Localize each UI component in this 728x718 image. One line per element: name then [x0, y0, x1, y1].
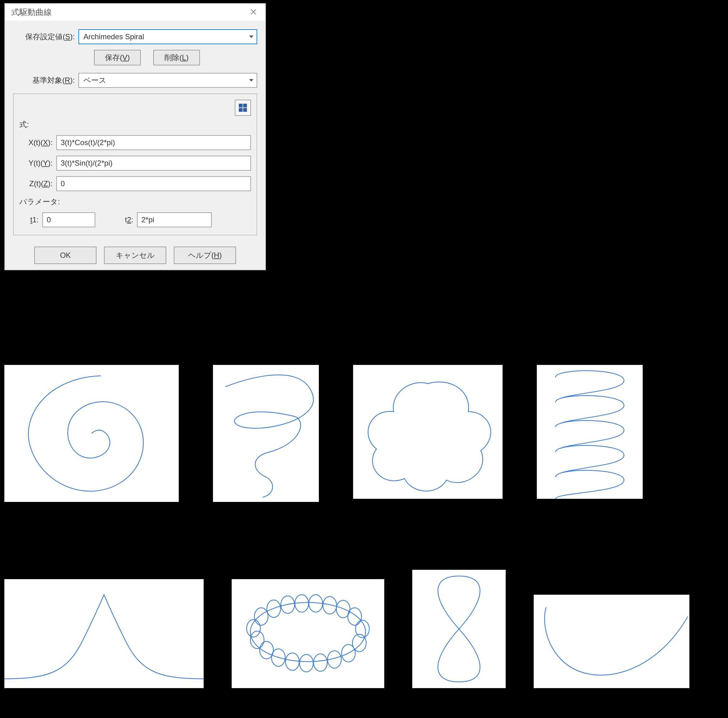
- coil-icon: [537, 365, 643, 499]
- y-row: Y(t)(Y):: [19, 156, 251, 171]
- curve-previews-row1: [5, 365, 723, 502]
- preview-toroidal-coil: [232, 579, 384, 688]
- preview-gaussian-bell: [5, 579, 203, 688]
- flower-icon: [353, 365, 503, 499]
- preview-flower-cloud: [353, 365, 503, 499]
- bell-curve-icon: [5, 579, 203, 688]
- svg-point-15: [286, 653, 299, 671]
- ok-button[interactable]: OK: [34, 247, 96, 264]
- dialog-footer: OK キャンセル ヘルプ(H): [5, 247, 265, 270]
- z-label: Z(t)(Z):: [19, 179, 57, 188]
- preview-archimedes-spiral: [5, 365, 179, 502]
- param-row: t1: t2:: [19, 212, 251, 227]
- delete-button[interactable]: 削除(L): [153, 50, 200, 66]
- t2-label: t2:: [99, 215, 133, 224]
- t1-label: t1:: [19, 215, 38, 224]
- reference-label: 基準対象(R):: [13, 75, 78, 85]
- titlebar: 式駆動曲線: [5, 4, 265, 21]
- x-label: X(t)(X):: [19, 138, 57, 147]
- svg-point-1: [254, 608, 268, 625]
- svg-point-6: [323, 597, 336, 614]
- x-input[interactable]: [57, 135, 251, 150]
- reference-value: ベース: [83, 75, 107, 85]
- save-button[interactable]: 保存(V): [94, 50, 141, 66]
- preview-figure-eight: [412, 570, 506, 688]
- preview-catenary-hook: [534, 595, 690, 688]
- svg-point-2: [267, 600, 281, 617]
- svg-point-8: [348, 608, 361, 625]
- close-button[interactable]: [246, 6, 260, 19]
- saved-preset-row: 保存設定値(S): Archimedes Spiral: [13, 29, 257, 44]
- saved-preset-label: 保存設定値(S):: [13, 32, 78, 42]
- figure-eight-icon: [412, 570, 506, 688]
- expression-tool-icon: [239, 104, 247, 112]
- spiral-icon: [5, 365, 179, 502]
- equation-curve-dialog: 式駆動曲線 保存設定値(S): Archimedes Spiral 保存(V): [5, 3, 266, 270]
- formula-section-label: 式:: [19, 119, 251, 130]
- chevron-down-icon: [249, 35, 254, 38]
- dialog-title: 式駆動曲線: [11, 7, 52, 18]
- reference-dropdown[interactable]: ベース: [78, 73, 257, 88]
- y-input[interactable]: [57, 156, 251, 171]
- help-button[interactable]: ヘルプ(H): [174, 247, 236, 264]
- toroid-icon: [232, 579, 384, 688]
- cancel-button[interactable]: キャンセル: [104, 247, 166, 264]
- dialog-body: 保存設定値(S): Archimedes Spiral 保存(V) 削除(L) …: [5, 21, 265, 247]
- svg-point-4: [295, 595, 309, 612]
- svg-point-13: [314, 654, 327, 671]
- preview-conical-spiral: [213, 365, 319, 502]
- expression-tool-button[interactable]: [235, 99, 251, 116]
- reference-row: 基準対象(R): ベース: [13, 73, 257, 88]
- z-input[interactable]: [57, 176, 251, 191]
- conical-spiral-icon: [213, 365, 319, 502]
- catenary-icon: [534, 595, 690, 688]
- close-icon: [250, 8, 257, 17]
- z-row: Z(t)(Z):: [19, 176, 251, 191]
- param-section-label: パラメータ:: [19, 197, 251, 207]
- saved-preset-value: Archimedes Spiral: [83, 32, 144, 41]
- y-label: Y(t)(Y):: [19, 159, 57, 168]
- t2-input[interactable]: [137, 212, 212, 227]
- preset-buttons: 保存(V) 削除(L): [94, 50, 257, 66]
- svg-point-14: [300, 654, 313, 672]
- preview-coil-spring: [537, 365, 643, 499]
- formula-panel: 式: X(t)(X): Y(t)(Y): Z(t)(Z): パラメータ: t1:: [13, 93, 257, 235]
- saved-preset-dropdown[interactable]: Archimedes Spiral: [78, 29, 257, 44]
- chevron-down-icon: [249, 79, 254, 82]
- t1-input[interactable]: [42, 212, 95, 227]
- x-row: X(t)(X):: [19, 135, 251, 150]
- curve-previews-row2: [5, 570, 723, 688]
- svg-point-0: [250, 602, 366, 661]
